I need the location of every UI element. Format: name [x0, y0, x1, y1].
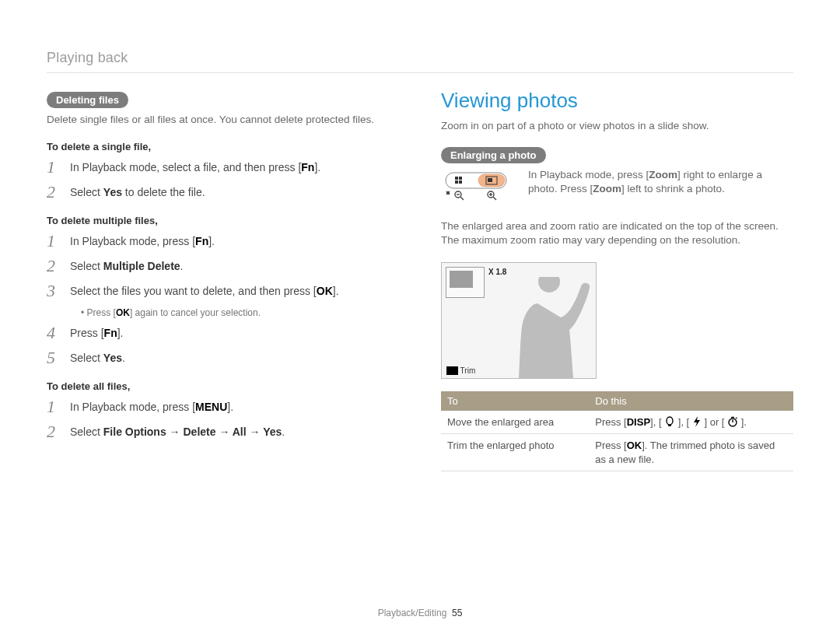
- step-number: 2: [47, 423, 61, 440]
- steps-delete-multiple: 1 In Playback mode, press [Fn]. 2 Select…: [47, 233, 399, 299]
- pill-deleting-files: Deleting files: [47, 92, 128, 108]
- subhead-multiple: To delete multiple files,: [47, 215, 399, 226]
- subhead-all: To delete all files,: [47, 380, 399, 392]
- step-text: In Playback mode, press [Fn].: [70, 233, 215, 250]
- step-text: Select Yes to delete the file.: [70, 184, 205, 201]
- svg-rect-3: [459, 177, 462, 180]
- step-text: Select Yes.: [70, 349, 125, 366]
- table-row: Trim the enlarged photo Press [OK]. The …: [441, 434, 793, 471]
- timer-icon: [727, 416, 738, 427]
- pill-enlarging-photo: Enlarging a photo: [441, 147, 546, 163]
- page-number: 55: [452, 608, 462, 618]
- breadcrumb: Playing back: [47, 50, 793, 66]
- step-text: In Playback mode, select a file, and the…: [70, 159, 320, 176]
- step-text: Select File Options → Delete → All → Yes…: [70, 423, 285, 440]
- svg-line-21: [736, 417, 737, 418]
- child-silhouette: [487, 277, 596, 378]
- zoom-text: In Playback mode, press [Zoom] right to …: [528, 168, 793, 196]
- page-footer: Playback/Editing 55: [0, 608, 840, 618]
- ok-key: OK: [317, 284, 333, 299]
- step-number: 1: [47, 159, 61, 176]
- zoom-note: The enlarged area and zoom ratio are ind…: [441, 219, 793, 247]
- trim-hint: OK Trim: [446, 366, 475, 375]
- cell-to: Move the enlarged area: [441, 411, 589, 434]
- action-table: To Do this Move the enlarged area Press …: [441, 391, 793, 472]
- content-columns: Deleting files Delete single files or al…: [47, 92, 793, 471]
- step-number: 4: [47, 324, 61, 342]
- manual-page: Playing back Deleting files Delete singl…: [0, 0, 840, 634]
- step-text: Select the files you want to delete, and…: [70, 282, 339, 299]
- step: 2 Select Yes to delete the file.: [47, 184, 399, 201]
- divider: [47, 72, 793, 73]
- zoom-control-icon: [441, 168, 511, 207]
- section-heading-viewing-photos: Viewing photos: [441, 89, 793, 113]
- step: 4 Press [Fn].: [47, 324, 399, 342]
- steps-delete-single: 1 In Playback mode, select a file, and t…: [47, 159, 399, 201]
- step-number: 2: [47, 184, 61, 201]
- intro-text: Zoom in on part of a photo or view photo…: [441, 119, 793, 133]
- step-text: Select Multiple Delete.: [70, 257, 184, 275]
- sub-bullet: Press [OK] again to cancel your selectio…: [81, 307, 399, 318]
- th-dothis: Do this: [589, 391, 793, 411]
- ok-key: OK: [116, 307, 130, 318]
- step: 1 In Playback mode, select a file, and t…: [47, 159, 399, 176]
- step-number: 1: [47, 398, 61, 415]
- cell-to: Trim the enlarged photo: [441, 434, 589, 471]
- left-column: Deleting files Delete single files or al…: [47, 92, 399, 471]
- navigator-viewport: [450, 271, 473, 288]
- footer-section: Playback/Editing: [378, 608, 447, 618]
- ok-key: OK: [446, 366, 458, 375]
- macro-icon: [664, 416, 675, 427]
- step-number: 1: [47, 233, 61, 250]
- menu-key: MENU: [195, 400, 227, 415]
- step: 2 Select File Options → Delete → All → Y…: [47, 423, 399, 440]
- step: 1 In Playback mode, press [MENU].: [47, 398, 399, 415]
- svg-rect-5: [459, 180, 462, 184]
- steps-delete-multiple-cont: 4 Press [Fn]. 5 Select Yes.: [47, 324, 399, 366]
- step-text: In Playback mode, press [MENU].: [70, 398, 233, 415]
- step-number: 3: [47, 282, 61, 299]
- svg-rect-2: [455, 177, 458, 180]
- table-row: Move the enlarged area Press [DISP], [ ]…: [441, 411, 793, 434]
- step: 2 Select Multiple Delete.: [47, 257, 399, 275]
- svg-line-15: [493, 197, 496, 200]
- fn-key: Fn: [301, 160, 314, 176]
- th-to: To: [441, 391, 589, 411]
- fn-key: Fn: [104, 326, 117, 342]
- step: 1 In Playback mode, press [Fn].: [47, 233, 399, 250]
- step: 3 Select the files you want to delete, a…: [47, 282, 399, 299]
- cell-do: Press [DISP], [ ], [ ] or [ ].: [589, 411, 793, 434]
- cell-do: Press [OK]. The trimmed photo is saved a…: [589, 434, 793, 471]
- step: 5 Select Yes.: [47, 349, 399, 366]
- intro-text: Delete single files or all files at once…: [47, 113, 399, 127]
- zoom-ratio-label: X 1.8: [488, 268, 506, 276]
- step-number: 2: [47, 257, 61, 275]
- fn-key: Fn: [195, 234, 208, 250]
- svg-rect-7: [488, 178, 492, 182]
- photo-preview: X 1.8 OK Trim: [441, 262, 597, 379]
- flash-icon: [692, 416, 702, 427]
- disp-key: DISP: [627, 415, 650, 429]
- ok-key: OK: [627, 439, 642, 453]
- zoom-row: In Playback mode, press [Zoom] right to …: [441, 168, 793, 207]
- table-header-row: To Do this: [441, 391, 793, 411]
- right-column: Viewing photos Zoom in on part of a phot…: [441, 92, 793, 471]
- steps-delete-all: 1 In Playback mode, press [MENU]. 2 Sele…: [47, 398, 399, 440]
- svg-rect-4: [455, 180, 458, 184]
- step-text: Press [Fn].: [70, 324, 123, 342]
- svg-line-9: [460, 197, 464, 200]
- subhead-single: To delete a single file,: [47, 141, 399, 152]
- step-number: 5: [47, 349, 61, 366]
